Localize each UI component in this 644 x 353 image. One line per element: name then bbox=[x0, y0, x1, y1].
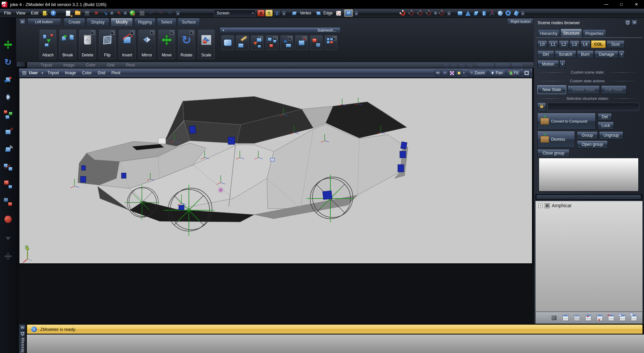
undo-icon[interactable]: ↶ bbox=[148, 10, 155, 16]
primitive-prism-icon[interactable] bbox=[472, 10, 480, 16]
submesh-brush-tool-icon[interactable] bbox=[236, 35, 249, 50]
scratch-button[interactable]: Scratch bbox=[555, 50, 576, 58]
tool-attach[interactable]: Attach bbox=[40, 30, 56, 59]
help-icon[interactable]: ? bbox=[50, 10, 57, 16]
tree-expand-icon[interactable]: + bbox=[538, 204, 543, 208]
material-sphere-icon[interactable] bbox=[3, 214, 13, 225]
magnet-icon[interactable] bbox=[408, 10, 415, 16]
tab-rigging[interactable]: Rigging bbox=[134, 18, 156, 26]
viewport-menu-color[interactable]: Color bbox=[82, 71, 92, 75]
messages-close-icon[interactable]: ✕ bbox=[20, 325, 25, 330]
tool-break[interactable]: Break bbox=[59, 30, 76, 59]
tree-toolbar-icon[interactable] bbox=[561, 313, 570, 322]
viewport-canvas[interactable]: y x bbox=[19, 78, 533, 264]
tab-surface[interactable]: Surface bbox=[178, 18, 200, 26]
pin-icon[interactable] bbox=[625, 20, 631, 25]
uv-mode-icon[interactable] bbox=[335, 10, 342, 16]
detach-parts-icon[interactable] bbox=[3, 109, 13, 120]
tool-rotate[interactable]: ↻ Rotate bbox=[178, 30, 195, 59]
zoom-button[interactable]: Zoom bbox=[468, 70, 487, 77]
mode-overflow[interactable]: ▾ bbox=[354, 10, 359, 16]
tab-create[interactable]: Create bbox=[64, 18, 85, 26]
viewport-menu-tripod[interactable]: Tripod bbox=[48, 71, 59, 75]
delete-state-button[interactable]: Delete State bbox=[568, 85, 600, 94]
exit-icon[interactable]: ↦ bbox=[41, 10, 48, 16]
close-button[interactable]: ✕ bbox=[629, 0, 644, 9]
rotate-tool-icon[interactable]: ↻ bbox=[3, 57, 13, 68]
tree-row-amphicar[interactable]: + Amphicar bbox=[538, 203, 572, 208]
new-state-button[interactable]: New State bbox=[537, 85, 566, 94]
save-icon[interactable] bbox=[83, 10, 91, 16]
tool-options-icon[interactable] bbox=[288, 36, 292, 40]
lock-button[interactable]: Lock bbox=[598, 122, 614, 130]
burn-button[interactable]: Burn bbox=[577, 50, 594, 58]
redo-icon[interactable]: ↷ bbox=[157, 10, 164, 16]
lod-dust-button[interactable]: Dust bbox=[606, 40, 625, 48]
wireframe-toggle-icon[interactable]: ✎ bbox=[435, 70, 441, 76]
3d-scene[interactable]: y x bbox=[19, 78, 532, 263]
messages-panel-tab[interactable]: ✕ Messages bbox=[19, 324, 26, 353]
tool-insert[interactable]: Insert bbox=[119, 30, 136, 59]
submesh-group-header[interactable]: ▲ Submesh... bbox=[220, 27, 340, 33]
tool-scale[interactable]: Scale bbox=[198, 30, 215, 59]
lighting-bulb-icon[interactable] bbox=[456, 70, 462, 76]
compound-cube-icon[interactable] bbox=[550, 313, 558, 322]
primitive-skeleton-icon[interactable] bbox=[488, 10, 496, 16]
primitive-pipe-icon[interactable] bbox=[513, 10, 520, 16]
magnet-icon[interactable] bbox=[417, 10, 424, 16]
axis-y-button[interactable]: Y bbox=[265, 10, 273, 16]
tree-toolbar-icon[interactable] bbox=[573, 313, 581, 322]
tool-delete[interactable]: ♺ Delete bbox=[79, 30, 96, 59]
lod-l2-button[interactable]: L2 bbox=[559, 40, 569, 48]
mirror-tool-icon[interactable] bbox=[3, 92, 13, 102]
submesh-tool-icon[interactable] bbox=[251, 35, 264, 50]
shading-toggle-icon[interactable]: ✎ bbox=[442, 70, 448, 76]
tab-properties[interactable]: Properties bbox=[583, 29, 606, 37]
axis-z-button[interactable]: Z bbox=[273, 10, 281, 16]
motion-button[interactable]: Motion bbox=[537, 60, 559, 68]
magnet-dropdown[interactable]: ▾ bbox=[433, 11, 438, 15]
open-group-button[interactable]: Open group bbox=[577, 140, 608, 148]
texture-browser-icon[interactable] bbox=[138, 10, 146, 16]
tool-mirror[interactable]: Mirror bbox=[139, 30, 155, 59]
edit-mesh-icon[interactable]: ✎ bbox=[3, 144, 13, 155]
background-viewport-header[interactable]: Tripod Image Color Grid Pivot bbox=[27, 62, 534, 68]
tree-node-label[interactable]: Amphicar bbox=[552, 203, 572, 208]
export-icon[interactable]: ↖ bbox=[115, 10, 123, 16]
menu-view[interactable]: View bbox=[15, 9, 27, 17]
submesh-tool-icon[interactable]: ✎ bbox=[295, 35, 308, 50]
primitive-cylinder-icon[interactable] bbox=[480, 10, 488, 16]
tree-toolbar-icon[interactable]: - bbox=[630, 313, 638, 322]
screen-select[interactable]: Screen ▾ bbox=[214, 10, 256, 16]
chevron-down-icon[interactable]: ▾ bbox=[463, 71, 465, 75]
primitive-cone-icon[interactable] bbox=[464, 10, 472, 16]
primitive-sphere-icon[interactable] bbox=[496, 10, 504, 16]
lod-l0-button[interactable]: L0 bbox=[537, 40, 547, 48]
tree-scrollbar[interactable] bbox=[535, 194, 643, 200]
weld-tool-icon[interactable] bbox=[3, 162, 13, 172]
submesh-tool-icon[interactable] bbox=[325, 35, 337, 50]
dock-move-icon[interactable] bbox=[3, 251, 13, 262]
lod-col-button-active[interactable]: COL bbox=[591, 40, 606, 48]
maximize-viewport-icon[interactable] bbox=[523, 69, 530, 77]
ungroup-button[interactable]: Ungroup bbox=[599, 131, 623, 139]
convert-to-compound-button[interactable]: ▼ Convert to Compound bbox=[537, 113, 596, 130]
tree-toolbar-icon[interactable]: ↷ bbox=[607, 313, 615, 322]
cut-tool-icon[interactable]: ✎ bbox=[3, 127, 13, 137]
magnet-overflow[interactable]: ▾ bbox=[447, 10, 451, 16]
viewport-name-menu[interactable]: User bbox=[29, 71, 38, 75]
tree-toolbar-icon[interactable]: ▲ bbox=[584, 313, 593, 322]
magnet-icon[interactable] bbox=[399, 10, 407, 16]
magnet-grid-icon[interactable] bbox=[438, 10, 445, 16]
submesh-tool-icon[interactable] bbox=[221, 35, 234, 50]
vertex-mode-icon[interactable] bbox=[290, 10, 298, 16]
dismiss-button[interactable]: ▲ Dismiss bbox=[537, 131, 575, 148]
magnet-icon[interactable] bbox=[425, 10, 433, 16]
fit-button[interactable]: Fit bbox=[507, 70, 521, 77]
dock-down-icon[interactable] bbox=[3, 233, 13, 244]
group-button[interactable]: Group bbox=[577, 131, 598, 139]
texture-toggle-icon[interactable] bbox=[449, 70, 455, 76]
tree-toolbar-icon[interactable]: + bbox=[618, 313, 627, 322]
export-dropdown[interactable]: ▾ bbox=[123, 11, 127, 15]
compound-tool-icon[interactable] bbox=[3, 196, 13, 207]
